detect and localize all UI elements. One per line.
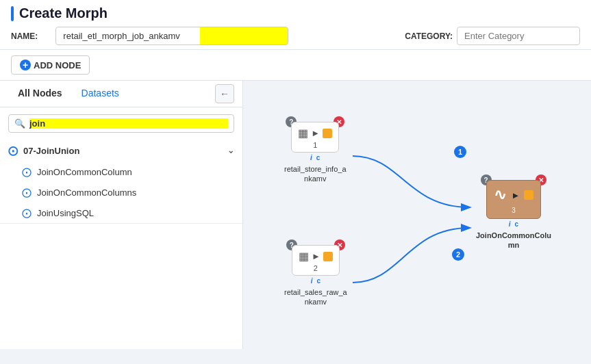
- node-group-label: 07-JoinUnion: [23, 146, 79, 156]
- connector-badge-2: 2: [452, 248, 464, 261]
- search-icon: 🔍: [14, 118, 25, 129]
- join-on-common-columns-icon: ⨀: [22, 187, 32, 198]
- node-list: ⨀ 07-JoinUnion ⌄ ⨀ JoinOnCommonColumn ⨀ …: [0, 140, 242, 349]
- join-on-common-column-icon: ⨀: [22, 166, 32, 177]
- orange-square: [323, 252, 333, 261]
- orange-square: [323, 129, 332, 138]
- collapse-panel-button[interactable]: ←: [215, 84, 234, 103]
- arrow-right-join-icon: ►: [512, 190, 520, 200]
- main-layout: All Nodes Datasets ← 🔍 ⨀ 07-JoinUnion ⌄: [0, 81, 591, 349]
- node-retail-store[interactable]: ? ✕ ▦ ► 1 i c retail_: [284, 122, 347, 184]
- node-group-join-union: ⨀ 07-JoinUnion ⌄ ⨀ JoinOnCommonColumn ⨀ …: [0, 140, 242, 224]
- left-panel: All Nodes Datasets ← 🔍 ⨀ 07-JoinUnion ⌄: [0, 81, 243, 349]
- search-area: 🔍: [0, 107, 242, 140]
- name-label: NAME:: [11, 31, 38, 41]
- node-number-3: 3: [512, 207, 516, 214]
- node-label: retail_store_info_ankamv: [284, 164, 347, 184]
- category-section: CATEGORY:: [405, 27, 580, 45]
- node-number: 1: [313, 141, 317, 149]
- table-icon: ▦: [298, 127, 308, 140]
- add-node-button[interactable]: + ADD NODE: [11, 55, 90, 75]
- title-bar-accent: [11, 6, 14, 21]
- category-input[interactable]: [457, 27, 580, 45]
- toolbar: + ADD NODE: [0, 50, 591, 81]
- header: Create Morph NAME: CATEGORY:: [0, 0, 591, 50]
- join-union-icon: ⨀: [8, 145, 18, 156]
- node-join-on-common-column[interactable]: ? ✕ ∿ ► 3 i c JoinOnC: [476, 180, 551, 250]
- config-icon[interactable]: c: [316, 277, 320, 285]
- list-item[interactable]: ⨀ JoinUsingSQL: [0, 203, 242, 223]
- search-input[interactable]: [29, 118, 228, 129]
- tabs-bar: All Nodes Datasets ←: [0, 81, 242, 107]
- node-item-label: JoinOnCommonColumn: [37, 167, 132, 177]
- node-item-label: JoinUsingSQL: [37, 208, 94, 218]
- node-card: ▦ ► 2: [292, 245, 340, 276]
- node-group-header[interactable]: ⨀ 07-JoinUnion ⌄: [0, 140, 242, 161]
- join-using-sql-icon: ⨀: [22, 207, 32, 218]
- page-title: Create Morph: [11, 5, 580, 21]
- node-label: retail_sales_raw_ankamv: [284, 287, 347, 307]
- node-card: ▦ ► 1: [291, 122, 339, 153]
- node-retail-sales[interactable]: ? ✕ ▦ ► 2 i c retail_: [284, 245, 347, 307]
- node-number: 2: [314, 264, 318, 272]
- category-label: CATEGORY:: [405, 31, 453, 41]
- canvas: ? ✕ ▦ ► 1 i c retail_: [243, 81, 591, 349]
- join-node-card: ∿ ► 3: [486, 180, 542, 219]
- list-item[interactable]: ⨀ JoinOnCommonColumns: [0, 182, 242, 203]
- config-icon[interactable]: c: [316, 154, 320, 161]
- header-fields: NAME: CATEGORY:: [11, 27, 580, 45]
- search-box: 🔍: [8, 114, 234, 133]
- info-icon[interactable]: i: [310, 154, 312, 161]
- config-icon[interactable]: c: [515, 220, 519, 228]
- chevron-down-icon: ⌄: [227, 146, 234, 155]
- node-item-label: JoinOnCommonColumns: [37, 187, 136, 198]
- plus-icon: +: [20, 60, 31, 70]
- add-node-label: ADD NODE: [34, 60, 81, 70]
- name-input[interactable]: [55, 27, 288, 45]
- tab-all-nodes[interactable]: All Nodes: [8, 81, 72, 107]
- connector-badge-1: 1: [454, 146, 466, 158]
- table-icon: ▦: [299, 250, 309, 263]
- join-node-label: JoinOnCommonColumn: [476, 231, 551, 250]
- title-text: Create Morph: [19, 5, 108, 21]
- arrow-right-icon: ►: [312, 251, 320, 261]
- info-icon[interactable]: i: [311, 277, 313, 285]
- arrow-right-icon: ►: [311, 128, 320, 138]
- orange-square: [524, 190, 533, 200]
- info-icon[interactable]: i: [509, 220, 511, 228]
- join-icon: ∿: [494, 186, 506, 204]
- list-item[interactable]: ⨀ JoinOnCommonColumn: [0, 161, 242, 182]
- tab-datasets[interactable]: Datasets: [72, 81, 129, 107]
